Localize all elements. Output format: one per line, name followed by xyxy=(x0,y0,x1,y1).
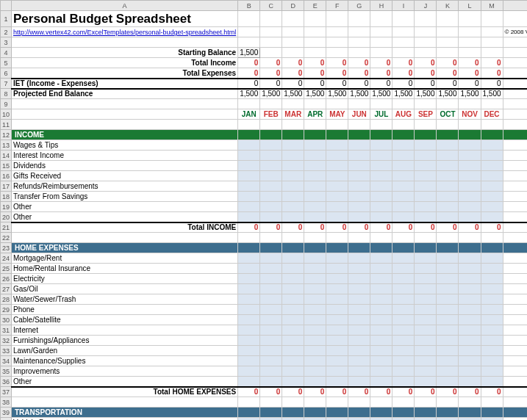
cell[interactable] xyxy=(415,315,437,325)
cell[interactable] xyxy=(260,171,282,181)
row-header-30[interactable]: 30 xyxy=(1,315,12,325)
cell[interactable] xyxy=(260,212,282,222)
cell[interactable] xyxy=(326,140,348,151)
cell[interactable] xyxy=(282,418,304,421)
cell[interactable] xyxy=(238,325,260,336)
cell[interactable] xyxy=(348,284,370,294)
cell[interactable] xyxy=(370,202,392,212)
cell[interactable] xyxy=(304,151,326,161)
cell[interactable] xyxy=(415,253,437,264)
cell[interactable] xyxy=(282,212,304,222)
cell[interactable] xyxy=(459,284,481,294)
cell[interactable] xyxy=(304,294,326,305)
row-label[interactable]: Internet xyxy=(12,325,238,336)
cell[interactable] xyxy=(238,212,260,222)
row-header-34[interactable]: 34 xyxy=(1,356,12,366)
row-header-16[interactable]: 16 xyxy=(1,171,12,181)
cell[interactable] xyxy=(326,325,348,336)
cell[interactable] xyxy=(260,151,282,161)
row-header-37[interactable]: 37 xyxy=(1,387,12,397)
row-header-31[interactable]: 31 xyxy=(1,325,12,336)
cell[interactable] xyxy=(282,336,304,346)
cell[interactable] xyxy=(260,253,282,264)
cell[interactable] xyxy=(437,181,459,192)
cell[interactable] xyxy=(326,202,348,212)
cell[interactable] xyxy=(370,346,392,356)
cell[interactable] xyxy=(392,294,415,305)
template-link[interactable]: http://www.vertex42.com/ExcelTemplates/p… xyxy=(12,27,238,37)
cell[interactable] xyxy=(437,377,459,387)
cell[interactable] xyxy=(326,346,348,356)
cell[interactable] xyxy=(348,253,370,264)
cell[interactable] xyxy=(304,181,326,192)
row-label[interactable]: Transfer From Savings xyxy=(12,192,238,202)
cell[interactable] xyxy=(260,305,282,315)
cell[interactable] xyxy=(282,181,304,192)
cell[interactable] xyxy=(304,315,326,325)
cell[interactable] xyxy=(304,212,326,222)
cell[interactable] xyxy=(392,346,415,356)
cell[interactable] xyxy=(238,253,260,264)
col-header-K[interactable]: K xyxy=(437,1,459,11)
cell[interactable] xyxy=(481,284,503,294)
row-header-5[interactable]: 5 xyxy=(1,58,12,68)
row-label[interactable]: Other xyxy=(12,377,238,387)
cell[interactable] xyxy=(437,325,459,336)
cell[interactable] xyxy=(282,315,304,325)
cell[interactable] xyxy=(415,294,437,305)
row-label[interactable]: Other xyxy=(12,202,238,212)
cell[interactable] xyxy=(304,284,326,294)
cell[interactable] xyxy=(459,181,481,192)
cell[interactable] xyxy=(326,274,348,284)
cell[interactable] xyxy=(459,325,481,336)
cell[interactable] xyxy=(392,284,415,294)
cell[interactable] xyxy=(282,305,304,315)
col-header-N[interactable]: N xyxy=(503,1,527,11)
cell[interactable] xyxy=(481,305,503,315)
cell[interactable] xyxy=(437,192,459,202)
cell[interactable] xyxy=(348,366,370,377)
cell[interactable] xyxy=(437,356,459,366)
cell[interactable] xyxy=(238,315,260,325)
cell[interactable] xyxy=(392,181,415,192)
cell[interactable] xyxy=(282,325,304,336)
row-header-40[interactable]: 40 xyxy=(1,418,12,421)
cell[interactable] xyxy=(415,418,437,421)
cell[interactable] xyxy=(392,264,415,274)
cell[interactable] xyxy=(304,274,326,284)
cell[interactable] xyxy=(238,418,260,421)
cell[interactable] xyxy=(392,274,415,284)
cell[interactable] xyxy=(326,366,348,377)
cell[interactable] xyxy=(238,202,260,212)
cell[interactable] xyxy=(392,140,415,151)
row-label[interactable]: Mortgage/Rent xyxy=(12,253,238,264)
row-label[interactable]: Lawn/Garden xyxy=(12,346,238,356)
cell[interactable] xyxy=(260,274,282,284)
cell[interactable] xyxy=(348,305,370,315)
cell[interactable] xyxy=(370,305,392,315)
cell[interactable] xyxy=(282,284,304,294)
cell[interactable] xyxy=(238,294,260,305)
col-header-E[interactable]: E xyxy=(304,1,326,11)
cell[interactable] xyxy=(459,171,481,181)
cell[interactable] xyxy=(481,192,503,202)
cell[interactable] xyxy=(459,315,481,325)
cell[interactable] xyxy=(260,325,282,336)
row-header-33[interactable]: 33 xyxy=(1,346,12,356)
cell[interactable] xyxy=(370,356,392,366)
cell[interactable] xyxy=(238,161,260,171)
cell[interactable] xyxy=(415,305,437,315)
cell[interactable] xyxy=(392,253,415,264)
cell[interactable] xyxy=(370,284,392,294)
cell[interactable] xyxy=(481,346,503,356)
cell[interactable] xyxy=(260,181,282,192)
cell[interactable] xyxy=(481,274,503,284)
cell[interactable] xyxy=(370,377,392,387)
col-header-A[interactable]: A xyxy=(12,1,238,11)
cell[interactable] xyxy=(304,377,326,387)
cell[interactable] xyxy=(326,305,348,315)
cell[interactable] xyxy=(459,366,481,377)
cell[interactable] xyxy=(304,161,326,171)
cell[interactable] xyxy=(304,418,326,421)
cell[interactable] xyxy=(481,171,503,181)
